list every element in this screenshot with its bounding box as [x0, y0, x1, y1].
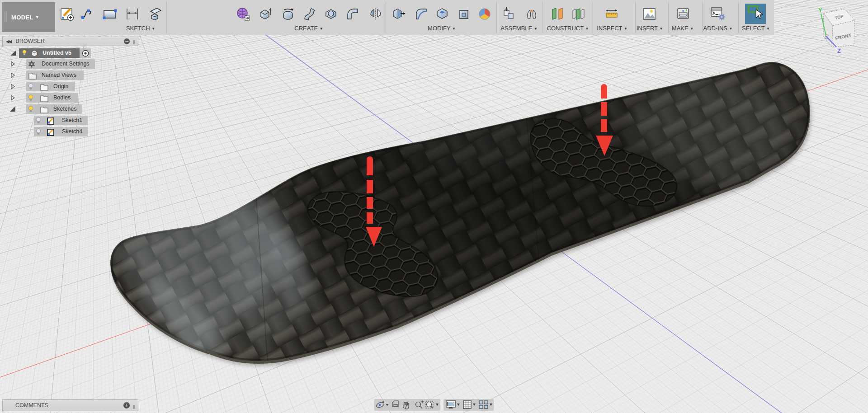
svg-text:Z: Z: [837, 47, 841, 54]
svg-text:Y: Y: [818, 7, 822, 14]
